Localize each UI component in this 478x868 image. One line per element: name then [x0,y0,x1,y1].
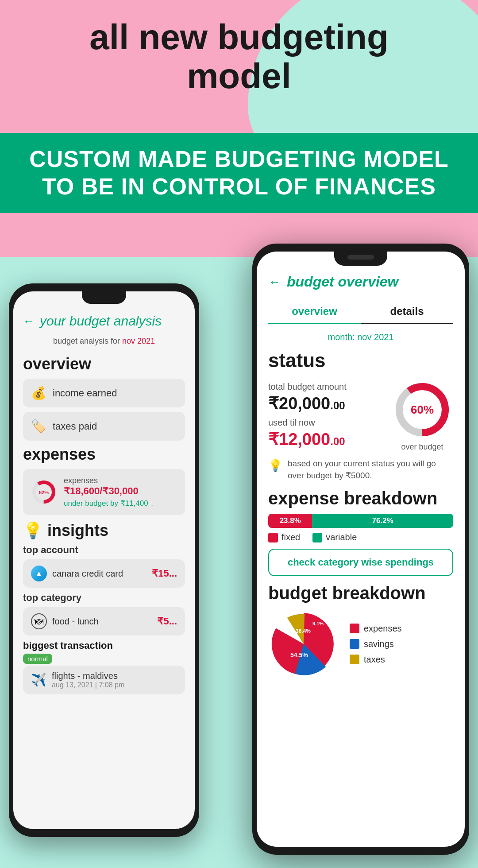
cat-left: 🍽 food - lunch [31,613,99,629]
banner-line2: TO BE IN CONTROL OF FINANCES [18,173,460,200]
left-taxes-item: 🏷️ taxes paid [23,412,185,441]
budget-info: total budget amount ₹20,000.00 used til … [268,382,347,449]
left-income-item: 💰 income earned [23,379,185,407]
insight-box: 💡 based on your current status you will … [268,458,453,481]
flight-icon: ✈️ [31,673,46,687]
left-insights-title: 💡 insights [23,521,185,540]
left-expenses-info: expenses ₹18,600/₹30,000 under budget by… [64,476,154,508]
trans-name: flights - maldives [52,671,124,681]
left-overview-title: overview [23,355,185,373]
phone-right-screen: ← budget overview overview details month… [257,252,465,847]
donut-percent-label: 60% [411,403,434,417]
insights-bulb-icon: 💡 [23,521,43,540]
pie-legend-savings: savings [350,639,402,649]
pie-legend: expenses savings taxes [350,624,402,665]
insight-bulb-icon: 💡 [268,459,282,473]
expenses-legend-label: expenses [364,624,402,634]
trans-info: flights - maldives aug 13, 2021 | 7:08 p… [52,671,124,689]
svg-text:9.1%: 9.1% [312,621,324,626]
status-title: status [268,349,453,372]
header-line2: model [0,57,478,96]
tab-details[interactable]: details [361,300,453,324]
banner-line1: CUSTOM MADE BUDGETING MODEL [18,145,460,173]
phone-speaker [347,255,374,260]
svg-text:54.5%: 54.5% [290,651,308,659]
phone-left: ← your budget analysis budget analysis f… [9,283,199,837]
tabs-row: overview details [268,300,453,324]
legend-fixed: fixed [268,532,300,542]
right-phone-title: budget overview [287,274,399,290]
taxes-legend-label: taxes [364,655,385,665]
biggest-transaction-label: biggest transaction [23,640,185,651]
right-phone-content: ← budget overview overview details month… [257,252,465,847]
canara-icon: ▲ [31,566,47,581]
top-category-label: top category [23,592,185,604]
left-expenses-title: expenses [23,445,185,464]
phone-left-notch [82,291,126,304]
pie-svg: 54.5% 36.4% 9.1% [268,608,339,679]
savings-legend-label: savings [364,639,394,649]
expense-bar: 23.8% 76.2% [268,514,453,528]
expenses-under: under budget by ₹11,400 ↓ [64,499,154,508]
svg-text:62%: 62% [39,490,49,495]
left-phone-content: ← your budget analysis budget analysis f… [13,291,195,703]
left-category-item: 🍽 food - lunch ₹5... [23,607,185,636]
expenses-cat-label: expenses [64,476,154,485]
page-header: all new budgeting model [0,18,478,96]
expense-bar-wrap: 23.8% 76.2% fixed variable check ca [268,514,453,576]
tab-overview[interactable]: overview [268,300,361,324]
tax-icon: 🏷️ [31,419,46,434]
month-label: month: nov 2021 [268,332,453,342]
insights-label: insights [47,521,108,540]
budget-row: total budget amount ₹20,000.00 used til … [268,379,453,452]
legend-variable: variable [312,532,357,542]
legend-row: fixed variable [268,532,453,542]
cat-name: food - lunch [52,616,99,627]
pie-wrap: 54.5% 36.4% 9.1% expenses savings [268,608,453,679]
taxes-legend-dot [350,655,359,664]
used-amount: ₹12,000.00 [268,430,347,449]
phones-area: ← your budget analysis budget analysis f… [0,230,478,868]
account-left: ▲ canara credit card [31,566,123,581]
pie-legend-expenses: expenses [350,624,402,634]
check-category-btn[interactable]: check category wise spendings [268,549,453,576]
income-label: income earned [53,388,117,399]
left-expenses-row: 62% expenses ₹18,600/₹30,000 under budge… [31,476,177,508]
green-banner: CUSTOM MADE BUDGETING MODEL TO BE IN CON… [0,133,478,213]
right-phone-header: ← budget overview [268,274,453,290]
food-icon: 🍽 [31,613,47,629]
total-budget-amount: ₹20,000.00 [268,394,347,413]
svg-text:36.4%: 36.4% [296,628,311,634]
bar-variable: 76.2% [312,514,453,528]
fixed-dot [268,533,278,542]
pie-chart: 54.5% 36.4% 9.1% [268,608,339,679]
left-back-arrow-icon[interactable]: ← [23,314,35,328]
phone-left-screen: ← your budget analysis budget analysis f… [13,291,195,829]
donut-wrap: 60% over budget [391,379,453,452]
used-label: used til now [268,418,347,428]
income-icon: 💰 [31,386,46,400]
pie-legend-taxes: taxes [350,655,402,665]
left-phone-header: ← your budget analysis [23,314,185,329]
expenses-donut-small: 62% [31,479,57,505]
expenses-legend-dot [350,624,359,633]
bar-fixed: 23.8% [268,514,312,528]
right-back-arrow-icon[interactable]: ← [268,275,281,289]
left-expenses-card: 62% expenses ₹18,600/₹30,000 under budge… [23,469,185,515]
variable-label: variable [326,532,357,542]
trans-date: aug 13, 2021 | 7:08 pm [52,681,124,689]
account-amount: ₹15... [152,568,177,579]
transaction-item: ✈️ flights - maldives aug 13, 2021 | 7:0… [23,666,185,694]
left-account-item: ▲ canara credit card ₹15... [23,559,185,588]
variable-dot [312,533,322,542]
savings-legend-dot [350,639,359,649]
budget-breakdown-title: budget breakdown [268,583,453,603]
left-phone-title: your budget analysis [40,314,162,329]
taxes-label: taxes paid [53,421,97,432]
account-name: canara credit card [52,569,123,579]
donut-big: 60% [391,379,453,441]
cat-amount: ₹5... [157,616,177,627]
phone-right-notch [334,252,387,266]
insight-text: based on your current status you will go… [288,458,453,481]
header-line1: all new budgeting [0,18,478,57]
